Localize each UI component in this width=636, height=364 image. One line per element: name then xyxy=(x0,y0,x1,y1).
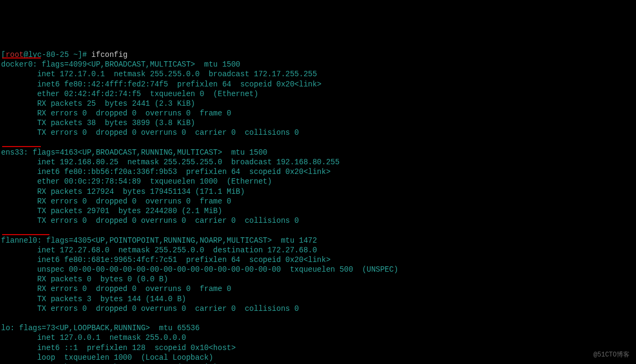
prompt-bracket-close: ]# xyxy=(78,50,87,59)
docker0-line: TX packets 38 bytes 3899 (3.8 KiB) xyxy=(1,119,195,127)
flannel0-header: flannel0: flags=4305<UP,POINTOPOINT,RUNN… xyxy=(1,236,317,245)
highlight-underline-docker0 xyxy=(2,57,41,59)
ens33-line: inet6 fe80::bb56:f20a:336f:9b53 prefixle… xyxy=(1,168,330,176)
lo-line: inet 127.0.0.1 netmask 255.0.0.0 xyxy=(1,333,186,342)
flannel0-line: inet6 fe80::681e:9965:4fcf:7c51 prefixle… xyxy=(1,256,330,264)
docker0-line: inet6 fe80::42:4fff:fed2:74f5 prefixlen … xyxy=(1,80,322,89)
docker0-line: TX errors 0 dropped 0 overruns 0 carrier… xyxy=(1,128,299,137)
flannel0-line: unspec 00-00-00-00-00-00-00-00-00-00-00-… xyxy=(1,265,398,274)
terminal-output[interactable]: [root@lyc-80-25 ~]# ifconfig docker0: fl… xyxy=(1,40,635,364)
flannel0-line: RX errors 0 dropped 0 overruns 0 frame 0 xyxy=(1,285,231,293)
ens33-line: RX errors 0 dropped 0 overruns 0 frame 0 xyxy=(1,197,231,206)
watermark-text: @51CTO博客 xyxy=(594,351,630,360)
ens33-line: TX packets 29701 bytes 2244280 (2.1 MiB) xyxy=(1,207,222,215)
flannel0-line: inet 172.27.68.0 netmask 255.255.0.0 des… xyxy=(1,246,317,254)
docker0-line: RX errors 0 dropped 0 overruns 0 frame 0 xyxy=(1,109,231,118)
docker0-line: inet 172.17.0.1 netmask 255.255.0.0 broa… xyxy=(1,70,317,78)
docker0-line: ether 02:42:4f:d2:74:f5 txqueuelen 0 (Et… xyxy=(1,90,258,98)
highlight-underline-ens33 xyxy=(2,146,41,147)
highlight-underline-flannel0 xyxy=(2,234,49,235)
prompt-path: ~ xyxy=(69,50,78,59)
docker0-header: docker0: flags=4099<UP,BROADCAST,MULTICA… xyxy=(1,60,240,69)
lo-line: inet6 ::1 prefixlen 128 scopeid 0x10<hos… xyxy=(1,344,236,352)
lo-line: loop txqueuelen 1000 (Local Loopback) xyxy=(1,353,213,362)
ens33-header: ens33: flags=4163<UP,BROADCAST,RUNNING,M… xyxy=(1,148,268,157)
flannel0-line: RX packets 0 bytes 0 (0.0 B) xyxy=(1,275,168,283)
flannel0-line: TX errors 0 dropped 0 overruns 0 carrier… xyxy=(1,304,299,313)
flannel0-line: TX packets 3 bytes 144 (144.0 B) xyxy=(1,295,186,303)
command-text: ifconfig xyxy=(87,50,128,59)
ens33-line: inet 192.168.80.25 netmask 255.255.255.0… xyxy=(1,158,339,166)
lo-header: lo: flags=73<UP,LOOPBACK,RUNNING> mtu 65… xyxy=(1,324,200,332)
ens33-line: ether 00:0c:29:78:54:89 txqueuelen 1000 … xyxy=(1,177,272,186)
docker0-line: RX packets 25 bytes 2441 (2.3 KiB) xyxy=(1,99,195,108)
ens33-line: RX packets 127924 bytes 179451134 (171.1… xyxy=(1,187,245,196)
ens33-line: TX errors 0 dropped 0 overruns 0 carrier… xyxy=(1,216,299,225)
